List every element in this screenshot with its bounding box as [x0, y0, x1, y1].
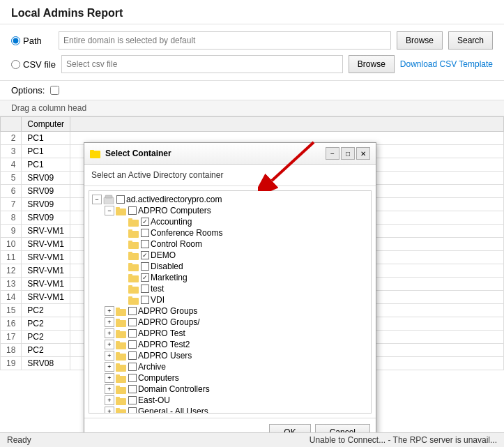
tree-item[interactable]: + ADPRO Test [92, 328, 368, 339]
tree-expand-button[interactable]: + [105, 328, 114, 338]
tree-item-label: Control Room [151, 239, 202, 249]
row-number: 15 [1, 304, 22, 317]
path-radio-label[interactable]: Path [11, 36, 53, 46]
tree-expand-button[interactable]: + [105, 351, 114, 361]
tree-item[interactable]: Marketing [92, 272, 368, 283]
tree-item[interactable]: + East-OU [92, 395, 368, 406]
tree-checkbox[interactable] [128, 329, 137, 338]
modal-minimize-button[interactable]: − [326, 147, 339, 160]
tree-item[interactable]: + Archive [92, 361, 368, 372]
tree-expand-placeholder [117, 217, 127, 227]
tree-item[interactable]: − ADPRO Computers [92, 205, 368, 216]
modal-title: Select Container [90, 148, 171, 159]
row-computer: PC1 [22, 145, 70, 158]
svg-rect-39 [116, 397, 120, 399]
tree-item[interactable]: DEMO [92, 250, 368, 261]
modal-close-button[interactable]: ✕ [356, 147, 370, 160]
csv-input[interactable] [61, 55, 343, 73]
folder-icon [116, 385, 127, 394]
tree-expand-button[interactable]: + [105, 317, 114, 327]
modal-ok-button[interactable]: OK [269, 424, 310, 432]
tree-expand-button[interactable]: + [105, 340, 114, 349]
browse-csv-button[interactable]: Browse [349, 55, 395, 73]
row-computer: PC2 [22, 344, 70, 357]
tree-item[interactable]: test [92, 283, 368, 294]
tree-item-label: VDI [151, 295, 165, 305]
tree-expand-placeholder [117, 250, 127, 260]
tree-expand-button[interactable]: + [105, 407, 114, 414]
tree-item[interactable]: + ADPRO Users [92, 350, 368, 361]
tree-checkbox[interactable] [128, 351, 137, 360]
tree-expand-button[interactable]: + [105, 373, 114, 383]
tree-item[interactable]: + General - All Users [92, 406, 368, 414]
browse-path-button[interactable]: Browse [397, 31, 443, 50]
tree-item-label: ADPRO Test [138, 328, 185, 338]
tree-item[interactable]: + Domain Controllers [92, 384, 368, 395]
tree-container[interactable]: − ad.activedirectorypro.com− ADPRO Compu… [89, 190, 372, 414]
tree-checkbox[interactable] [116, 195, 125, 204]
folder-icon [116, 351, 127, 361]
drag-hint: Drag a column head [0, 100, 504, 116]
tree-item[interactable]: + ADPRO Test2 [92, 339, 368, 350]
tree-item-label: Domain Controllers [138, 384, 210, 394]
tree-checkbox[interactable] [141, 296, 149, 304]
tree-checkbox[interactable] [141, 251, 149, 259]
tree-checkbox[interactable] [128, 206, 137, 215]
tree-item[interactable]: VDI [92, 294, 368, 305]
tree-checkbox[interactable] [128, 396, 137, 404]
tree-expand-button[interactable]: + [105, 362, 114, 372]
tree-item[interactable]: Disabled [92, 261, 368, 272]
tree-expand-button[interactable]: − [92, 195, 102, 204]
tree-checkbox[interactable] [141, 218, 149, 226]
tree-expand-button[interactable]: + [105, 384, 114, 394]
tree-checkbox[interactable] [141, 262, 149, 271]
csv-radio-label[interactable]: CSV file [11, 59, 56, 70]
tree-item[interactable]: − ad.activedirectorypro.com [92, 194, 368, 205]
tree-item[interactable]: + Computers [92, 372, 368, 384]
row-number: 13 [1, 278, 22, 291]
row-number: 17 [1, 331, 22, 344]
tree-expand-placeholder [117, 295, 127, 305]
tree-expand-button[interactable]: + [105, 395, 114, 405]
row-number: 14 [1, 291, 22, 304]
row-computer: SRV-VM1 [22, 238, 70, 251]
tree-checkbox[interactable] [128, 374, 137, 382]
path-input[interactable] [59, 31, 391, 50]
tree-checkbox[interactable] [128, 307, 137, 315]
svg-rect-13 [128, 252, 132, 254]
tree-checkbox[interactable] [128, 318, 137, 326]
row-computer: PC2 [22, 317, 70, 331]
search-button[interactable]: Search [448, 31, 493, 50]
tree-expand-button[interactable]: + [105, 306, 114, 316]
tree-checkbox[interactable] [141, 285, 149, 293]
tree-expand-placeholder [117, 284, 127, 294]
svg-rect-7 [128, 218, 132, 220]
csv-radio[interactable] [11, 60, 20, 69]
tree-item[interactable]: + ADPRO Groups [92, 305, 368, 317]
tree-checkbox[interactable] [128, 363, 137, 371]
svg-rect-29 [116, 341, 120, 343]
path-radio[interactable] [11, 36, 20, 45]
folder-icon [128, 296, 139, 305]
tree-expand-button[interactable]: − [105, 206, 114, 215]
folder-icon [116, 206, 127, 215]
tree-checkbox[interactable] [128, 340, 137, 349]
download-csv-link[interactable]: Download CSV Template [400, 59, 493, 69]
tree-item[interactable]: Control Room [92, 238, 368, 250]
tree-item-label: test [151, 284, 164, 294]
tree-checkbox[interactable] [141, 229, 149, 237]
tree-item[interactable]: + ADPRO Groups/ [92, 317, 368, 328]
tree-item[interactable]: Accounting [92, 216, 368, 227]
tree-checkbox[interactable] [141, 273, 149, 282]
modal-maximize-button[interactable]: □ [341, 147, 355, 160]
tree-checkbox[interactable] [128, 407, 137, 414]
tree-checkbox[interactable] [128, 385, 137, 393]
tree-item[interactable]: Conference Rooms [92, 227, 368, 238]
modal-cancel-button[interactable]: Cancel [315, 424, 370, 432]
options-checkbox[interactable] [50, 86, 59, 95]
tree-item-label: Conference Rooms [151, 228, 222, 238]
tree-checkbox[interactable] [141, 240, 149, 248]
row-number: 5 [1, 172, 22, 185]
svg-rect-11 [128, 241, 132, 243]
svg-rect-17 [128, 274, 132, 276]
